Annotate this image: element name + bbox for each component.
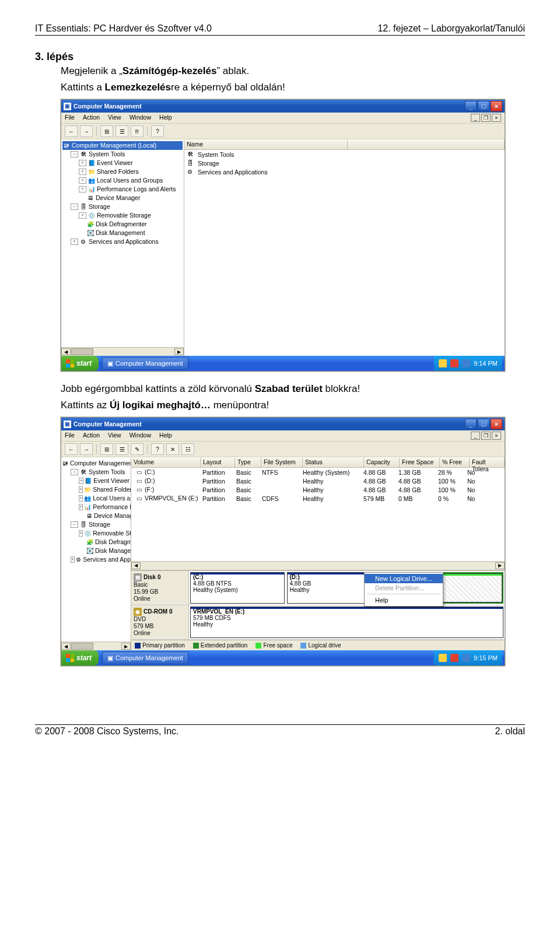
- tree-root[interactable]: 🖳Computer Management (Local): [62, 459, 130, 468]
- network-icon[interactable]: [462, 359, 470, 367]
- maximize-button[interactable]: □: [478, 101, 489, 111]
- table-row[interactable]: ▭(D:)PartitionBasicHealthy4.88 GB4.88 GB…: [131, 476, 505, 485]
- start-button[interactable]: start: [61, 650, 99, 665]
- mdi-minimize-icon[interactable]: _: [471, 114, 480, 122]
- view-button[interactable]: ⊞: [100, 443, 113, 455]
- minimize-button[interactable]: _: [465, 419, 477, 429]
- tree-services-apps[interactable]: +⚙Services and Applications: [62, 237, 183, 246]
- tree-device-manager[interactable]: 🖥Device Manager: [62, 194, 183, 202]
- mdi-close-icon[interactable]: ×: [492, 432, 501, 440]
- tree-system-tools[interactable]: −🛠System Tools: [62, 468, 130, 476]
- mdi-close-icon[interactable]: ×: [492, 114, 501, 122]
- back-button[interactable]: ←: [65, 443, 78, 455]
- table-row[interactable]: ▭(C:)PartitionBasicNTFSHealthy (System)4…: [131, 468, 505, 476]
- col-volume[interactable]: Volume: [131, 458, 201, 467]
- menu-window[interactable]: Window: [130, 114, 151, 122]
- expand-icon[interactable]: +: [79, 478, 83, 484]
- close-button[interactable]: ×: [491, 101, 502, 111]
- tree-root[interactable]: 🖳Computer Management (Local): [62, 141, 183, 150]
- expand-icon[interactable]: +: [79, 212, 86, 219]
- menu-action[interactable]: Action: [83, 114, 100, 122]
- col-pct[interactable]: % Free: [440, 458, 470, 467]
- volume-c[interactable]: (C:) 4.88 GB NTFS Healthy (System): [190, 572, 285, 604]
- tree-storage[interactable]: −🗄Storage: [62, 520, 130, 529]
- tree-system-tools[interactable]: −🛠System Tools: [62, 150, 183, 159]
- menu-action[interactable]: Action: [83, 432, 100, 440]
- collapse-icon[interactable]: −: [71, 151, 78, 157]
- tree-removable-storage[interactable]: +💿Removable Storage: [62, 529, 130, 538]
- expand-icon[interactable]: +: [71, 556, 75, 563]
- close-button[interactable]: ×: [491, 419, 502, 429]
- help-button[interactable]: ?: [151, 125, 164, 137]
- list-item[interactable]: 🗄Storage: [184, 159, 505, 167]
- menu-view[interactable]: View: [108, 432, 121, 440]
- tree-perf-logs[interactable]: +📊Performance Logs and Alerts: [62, 185, 183, 194]
- back-button[interactable]: ←: [65, 125, 78, 137]
- tree-storage[interactable]: −🗄Storage: [62, 202, 183, 211]
- tree-event-viewer[interactable]: +📘Event Viewer: [62, 476, 130, 485]
- scroll-right-icon[interactable]: ▶: [495, 562, 505, 569]
- col-type[interactable]: Type: [235, 458, 261, 467]
- tree-perf-logs[interactable]: +📊Performance Logs and Alerts: [62, 503, 130, 511]
- scroll-right-icon[interactable]: ▶: [121, 643, 131, 650]
- collapse-icon[interactable]: −: [71, 469, 78, 475]
- delete-button[interactable]: ✕: [166, 443, 179, 455]
- scroll-left-icon[interactable]: ◀: [131, 562, 141, 569]
- expand-icon[interactable]: +: [79, 504, 83, 510]
- collapse-icon[interactable]: −: [71, 204, 78, 210]
- expand-icon[interactable]: +: [79, 486, 83, 493]
- scroll-left-icon[interactable]: ◀: [61, 643, 71, 650]
- expand-icon[interactable]: +: [79, 530, 83, 537]
- more-button[interactable]: ☷: [181, 443, 194, 455]
- help-button[interactable]: ?: [151, 443, 164, 455]
- tree-local-users[interactable]: +👥Local Users and Groups: [62, 176, 183, 185]
- mdi-restore-icon[interactable]: ❐: [481, 114, 491, 122]
- table-row[interactable]: ▭VRMPVOL_EN (E:)PartitionBasicCDFSHealth…: [131, 494, 505, 503]
- network-icon[interactable]: [462, 654, 470, 662]
- alert-icon[interactable]: [450, 654, 459, 662]
- mdi-restore-icon[interactable]: ❐: [481, 432, 491, 440]
- volume-e[interactable]: VRMPVOL_EN (E:) 579 MB CDFS Healthy: [190, 607, 503, 638]
- settings-button[interactable]: ✎: [131, 443, 144, 455]
- alert-icon[interactable]: [450, 359, 459, 367]
- tree-local-users[interactable]: +👥Local Users and Groups: [62, 494, 130, 503]
- shield-icon[interactable]: [439, 654, 447, 662]
- forward-button[interactable]: →: [80, 125, 93, 137]
- tree-device-manager[interactable]: 🖥Device Manager: [62, 511, 130, 520]
- menu-file[interactable]: File: [65, 432, 75, 440]
- minimize-button[interactable]: _: [465, 101, 477, 111]
- tree-removable-storage[interactable]: +💿Removable Storage: [62, 211, 183, 220]
- refresh-button[interactable]: ☰: [116, 443, 128, 455]
- disk0-label[interactable]: ▤Disk 0 Basic 15.99 GB Online: [131, 571, 189, 605]
- tree-shared-folders[interactable]: +📁Shared Folders: [62, 167, 183, 176]
- col-layout[interactable]: Layout: [201, 458, 235, 467]
- expand-icon[interactable]: +: [79, 160, 86, 166]
- taskbar-item[interactable]: ▣Computer Management: [102, 651, 188, 664]
- scroll-right-icon[interactable]: ▶: [174, 348, 184, 355]
- col-free[interactable]: Free Space: [400, 458, 440, 467]
- cdrom0-label[interactable]: ◉CD-ROM 0 DVD 579 MB Online: [131, 605, 189, 639]
- scroll-thumb[interactable]: [71, 348, 93, 355]
- mdi-minimize-icon[interactable]: _: [471, 432, 480, 440]
- shield-icon[interactable]: [439, 359, 447, 367]
- menu-window[interactable]: Window: [130, 432, 151, 440]
- system-tray[interactable]: 9:14 PM: [434, 356, 502, 371]
- expand-icon[interactable]: +: [79, 495, 83, 502]
- scroll-thumb[interactable]: [71, 643, 93, 650]
- expand-icon[interactable]: +: [79, 169, 86, 175]
- export-button[interactable]: ⎘: [131, 125, 144, 137]
- window-titlebar[interactable]: ▣ Computer Management _ □ ×: [61, 100, 505, 113]
- list-item[interactable]: 🛠System Tools: [184, 150, 505, 159]
- system-tray[interactable]: 9:15 PM: [434, 650, 502, 665]
- table-row[interactable]: ▭(F:)PartitionBasicHealthy4.88 GB4.88 GB…: [131, 485, 505, 494]
- tree-shared-folders[interactable]: +📁Shared Folders: [62, 485, 130, 494]
- col-fault[interactable]: Fault Tolera: [470, 458, 505, 467]
- col-status[interactable]: Status: [303, 458, 364, 467]
- tree-services-apps[interactable]: +⚙Services and Applications: [62, 555, 130, 564]
- menu-help[interactable]: Help: [159, 432, 172, 440]
- scroll-left-icon[interactable]: ◀: [61, 348, 71, 355]
- tree-disk-management[interactable]: 💽Disk Management: [62, 546, 130, 555]
- window-titlebar[interactable]: ▣ Computer Management _ □ ×: [61, 418, 505, 430]
- col-fs[interactable]: File System: [261, 458, 303, 467]
- menu-view[interactable]: View: [108, 114, 121, 122]
